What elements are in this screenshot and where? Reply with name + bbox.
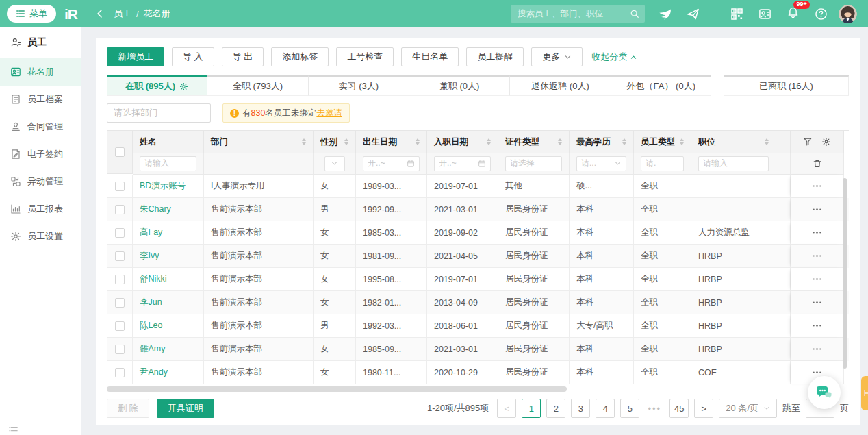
filter-idtype[interactable]: 请选择 <box>505 156 562 171</box>
trash-icon[interactable] <box>813 159 822 169</box>
more-dots-icon[interactable] <box>812 181 822 191</box>
page-size-select[interactable]: 20 条/页 <box>719 399 777 418</box>
dingtalk-bird-icon[interactable] <box>659 8 672 21</box>
paper-plane-icon[interactable] <box>687 8 700 21</box>
filter-name[interactable]: 请输入 <box>140 156 196 171</box>
column-header-name[interactable]: 姓名 <box>133 131 204 153</box>
page-button-4[interactable]: 4 <box>596 399 615 418</box>
column-header-position[interactable]: 职位 <box>691 131 776 153</box>
notifications[interactable]: 99+ <box>787 6 800 22</box>
more-dots-icon[interactable] <box>812 344 822 354</box>
more-button[interactable]: 更多 <box>531 47 583 66</box>
qr-code-icon[interactable] <box>730 8 743 21</box>
filter-hire[interactable]: 开..~ <box>434 156 491 171</box>
cell-name[interactable]: 李Ivy <box>133 245 204 268</box>
row-checkbox[interactable] <box>115 368 125 377</box>
sort-carets-icon[interactable] <box>342 138 348 145</box>
row-checkbox[interactable] <box>115 321 125 331</box>
prev-page-button[interactable]: < <box>497 399 516 418</box>
user-avatar[interactable] <box>839 5 857 23</box>
page-ellipsis[interactable]: ••• <box>645 399 664 418</box>
more-dots-icon[interactable] <box>812 274 822 284</box>
column-header-dept[interactable]: 部门 <box>204 131 314 153</box>
more-dots-icon[interactable] <box>812 297 822 308</box>
breadcrumb-section[interactable]: 员工 <box>114 8 131 20</box>
cell-name[interactable]: 高Fay <box>133 221 204 245</box>
more-dots-icon[interactable] <box>812 251 822 261</box>
toolbar-button-2[interactable]: 添加标签 <box>271 47 329 66</box>
filter-birth[interactable]: 开..~ <box>363 156 420 171</box>
toolbar-button-5[interactable]: 员工提醒 <box>466 47 524 66</box>
filter-position[interactable]: 请输入 <box>698 156 769 171</box>
issue-certificate-button[interactable]: 开具证明 <box>157 399 214 418</box>
sidebar-item-report[interactable]: 员工报表 <box>0 195 81 223</box>
chat-fab[interactable] <box>808 376 841 409</box>
horizontal-scrollbar-thumb[interactable] <box>107 386 567 392</box>
page-button-45[interactable]: 45 <box>669 399 689 418</box>
tab-3[interactable]: 兼职 (0人) <box>409 75 509 96</box>
sort-carets-icon[interactable] <box>299 138 306 145</box>
toolbar-button-4[interactable]: 生日名单 <box>401 47 459 66</box>
tab-6[interactable]: 已离职 (16人) <box>724 75 849 96</box>
cell-name[interactable]: 陈Leo <box>133 314 204 338</box>
column-header-edu[interactable]: 最高学历 <box>570 131 634 153</box>
department-select[interactable]: 请选择部门 <box>107 103 211 123</box>
global-search[interactable] <box>511 5 645 23</box>
row-checkbox[interactable] <box>115 298 125 308</box>
row-checkbox[interactable] <box>115 345 125 354</box>
back-chevron-icon[interactable] <box>94 8 105 19</box>
sort-carets-icon[interactable] <box>484 138 491 145</box>
toolbar-button-0[interactable]: 导 入 <box>172 47 214 66</box>
cell-name[interactable]: 舒Nikki <box>133 268 204 291</box>
search-input[interactable] <box>516 8 630 19</box>
row-checkbox[interactable] <box>115 275 125 284</box>
tab-4[interactable]: 退休返聘 (0人) <box>509 75 610 96</box>
tab-1[interactable]: 全职 (793人) <box>207 75 307 96</box>
select-all-checkbox[interactable] <box>115 147 125 157</box>
column-header-emptype[interactable]: 员工类型 <box>634 131 691 153</box>
sort-carets-icon[interactable] <box>762 138 769 145</box>
filter-emptype[interactable]: 请. <box>641 156 684 171</box>
cell-name[interactable]: BD演示账号 <box>133 175 204 198</box>
column-header-idtype[interactable]: 证件类型 <box>498 131 570 153</box>
row-checkbox[interactable] <box>115 251 125 261</box>
sort-carets-icon[interactable] <box>555 138 562 145</box>
vertical-scrollbar-thumb[interactable] <box>843 178 847 369</box>
invite-link[interactable]: 去邀请 <box>316 108 342 119</box>
sidebar-item-esign[interactable]: 电子签约 <box>0 140 81 168</box>
cell-name[interactable]: 朱Chary <box>133 198 204 221</box>
delete-button[interactable]: 删 除 <box>107 399 149 418</box>
menu-button[interactable]: 菜单 <box>7 5 56 23</box>
sidebar-item-roster[interactable]: 花名册 <box>0 58 81 86</box>
more-dots-icon[interactable] <box>812 321 822 331</box>
tab-5[interactable]: 外包（FA） (0人) <box>611 75 711 96</box>
row-checkbox[interactable] <box>115 228 125 238</box>
page-button-2[interactable]: 2 <box>546 399 565 418</box>
sort-carets-icon[interactable] <box>413 138 420 145</box>
sort-carets-icon[interactable] <box>620 138 626 145</box>
page-button-1[interactable]: 1 <box>522 399 541 418</box>
sidebar-item-transfer[interactable]: 异动管理 <box>0 168 81 195</box>
column-header-hire[interactable]: 入职日期 <box>427 131 498 153</box>
cell-name[interactable]: 李Jun <box>133 291 204 314</box>
filter-edu[interactable]: 请... <box>576 156 626 171</box>
edge-widget-tab[interactable]: 目 <box>861 376 868 410</box>
collapse-categories-link[interactable]: 收起分类 <box>591 51 637 63</box>
row-checkbox[interactable] <box>115 205 125 214</box>
contact-card-icon[interactable] <box>758 8 771 21</box>
tab-2[interactable]: 实习 (3人) <box>308 75 409 96</box>
sidebar-collapse-icon[interactable] <box>9 425 18 434</box>
page-button-5[interactable]: 5 <box>620 399 639 418</box>
filter-gender[interactable] <box>324 156 345 171</box>
app-logo[interactable]: iR <box>64 7 77 21</box>
more-dots-icon[interactable] <box>812 227 822 238</box>
search-icon[interactable] <box>630 9 639 18</box>
next-page-button[interactable]: > <box>694 399 713 418</box>
more-dots-icon[interactable] <box>812 204 822 214</box>
toolbar-button-1[interactable]: 导 出 <box>222 47 264 66</box>
toolbar-button-3[interactable]: 工号检查 <box>336 47 394 66</box>
page-button-3[interactable]: 3 <box>571 399 590 418</box>
sort-carets-icon[interactable] <box>677 138 684 145</box>
add-employee-button[interactable]: 新增员工 <box>107 47 164 66</box>
column-header-birth[interactable]: 出生日期 <box>356 131 427 153</box>
